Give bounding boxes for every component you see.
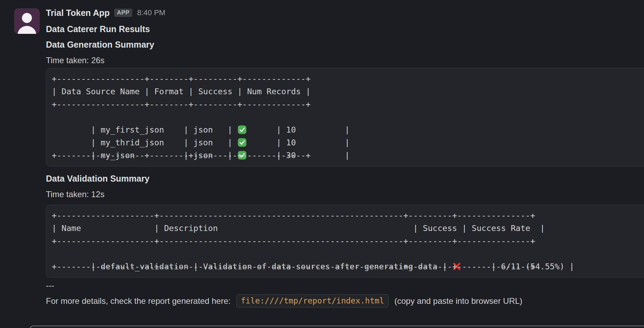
message-input[interactable] — [29, 326, 644, 328]
timestamp[interactable]: 8:40 PM — [137, 8, 165, 17]
success-check-icon — [237, 136, 247, 149]
validation-heading: Data Validation Summary — [46, 171, 644, 186]
slack-message-pane: Trial Token App APP 8:40 PM Data Caterer… — [0, 0, 644, 328]
row-cells-right: | 10 | — [247, 125, 350, 135]
ascii-border-line: +--------------------+------------------… — [52, 209, 644, 222]
validation-time-taken: Time taken: 12s — [46, 186, 644, 202]
ascii-border-line: +------------------+--------+---------+-… — [52, 98, 644, 111]
row-cells-left: | my_first_json | json | — [91, 125, 237, 135]
sender-name[interactable]: Trial Token App — [46, 8, 110, 18]
avatar[interactable] — [14, 8, 40, 34]
row-cells-left: | my_thrid_json | json | — [91, 138, 237, 147]
generation-heading: Data Generation Summary — [46, 37, 644, 52]
person-icon — [14, 8, 40, 34]
generation-time-taken: Time taken: 26s — [46, 52, 644, 68]
divider-text: --- — [46, 278, 644, 293]
ascii-border-line: +------------------+--------+---------+-… — [52, 73, 644, 85]
table-header-row: | Data Source Name | Format | Success | … — [52, 85, 644, 98]
row-cells-right: | 10 | — [247, 138, 350, 147]
validation-table-codeblock: +--------------------+------------------… — [46, 205, 644, 278]
table-header-row: | Name | Description | Success | Success… — [52, 222, 644, 235]
table-row: | my_first_json | json | | 10 | — [52, 111, 644, 124]
message-header: Trial Token App APP 8:40 PM — [46, 7, 644, 19]
message-title: Data Caterer Run Results — [46, 21, 644, 37]
footer-text-before: For more details, check the report gener… — [46, 296, 233, 306]
footer-text-after: (copy and paste into browser URL) — [392, 296, 523, 306]
app-badge: APP — [114, 9, 132, 17]
report-file-path: file:////tmp/report/index.html — [236, 294, 389, 308]
table-row: | default_validation | Validation of dat… — [52, 248, 644, 260]
message-body: Trial Token App APP 8:40 PM Data Caterer… — [46, 7, 644, 309]
success-check-icon — [237, 124, 247, 136]
report-footer: For more details, check the report gener… — [46, 293, 644, 309]
ascii-border-line: +--------------------+------------------… — [52, 235, 644, 248]
generation-table-codeblock: +------------------+--------+---------+-… — [46, 68, 644, 166]
